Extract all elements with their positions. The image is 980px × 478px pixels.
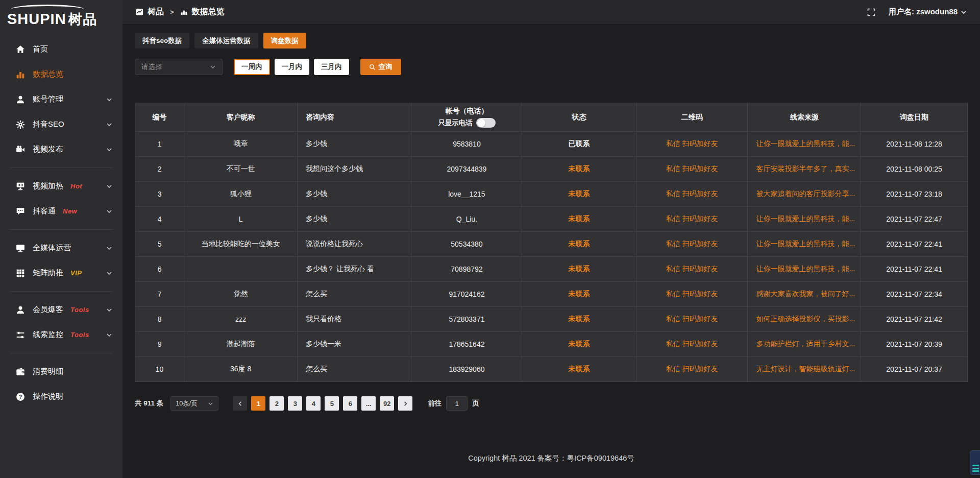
range-button-month[interactable]: 一月内 [275, 59, 310, 75]
table-row: 1 哦章 多少钱 9583810 已联系 私信 扫码加好友 让你一眼就爱上的黑科… [135, 132, 968, 157]
chevron-down-icon [210, 64, 216, 70]
cell-qrcode-link[interactable]: 私信 扫码加好友 [636, 207, 748, 232]
page-button[interactable]: 92 [380, 396, 394, 411]
sidebar-item-label: 全媒体运营 [33, 243, 71, 253]
sidebar-item-help-guide[interactable]: ? 操作说明 [0, 384, 122, 409]
cell-qrcode-link[interactable]: 私信 扫码加好友 [636, 332, 748, 357]
sidebar-item-member-baoke[interactable]: 会员爆客 Tools [0, 297, 122, 322]
sidebar-item-video-publish[interactable]: 视频发布 [0, 137, 122, 162]
monitor-icon [15, 243, 25, 253]
page-button[interactable]: ... [361, 396, 376, 411]
cell-status: 未联系 [522, 257, 636, 282]
table-header-row: 编号 客户昵称 咨询内容 帐号（电话） 只显示电话 状态 二维码 线索来源 询盘… [135, 103, 968, 132]
cell-nickname: 潮起潮落 [184, 332, 298, 357]
cell-source-link[interactable]: 如何正确选择投影仪，买投影... [748, 307, 861, 332]
page-button[interactable]: 6 [343, 396, 357, 411]
cell-qrcode-link[interactable]: 私信 扫码加好友 [636, 182, 748, 207]
page-size-select[interactable]: 10条/页 [170, 396, 218, 411]
cell-qrcode-link[interactable]: 私信 扫码加好友 [636, 157, 748, 182]
col-header-date: 询盘日期 [861, 103, 968, 132]
sidebar-item-home[interactable]: 首页 [0, 37, 122, 62]
sidebar-item-consume-detail[interactable]: 消费明细 [0, 359, 122, 384]
cell-qrcode-link[interactable]: 私信 扫码加好友 [636, 357, 748, 382]
cell-qrcode-link[interactable]: 私信 扫码加好友 [636, 282, 748, 307]
cell-qrcode-link[interactable]: 私信 扫码加好友 [636, 232, 748, 257]
cell-source-link[interactable]: 客厅安装投影半年多了，真实... [748, 157, 861, 182]
table-row: 9 潮起潮落 多少钱一米 178651642 未联系 私信 扫码加好友 多功能护… [135, 332, 968, 357]
cell-date: 2021-11-08 00:25 [861, 157, 968, 182]
page-button[interactable]: 3 [288, 396, 302, 411]
page-button[interactable]: 4 [306, 396, 321, 411]
date-range-buttons: 一周内 一月内 三月内 [234, 59, 349, 75]
cell-source-link[interactable]: 让你一眼就爱上的黑科技，能... [748, 132, 861, 157]
sidebar-item-matrix-boost[interactable]: 矩阵助推 VIP [0, 260, 122, 285]
chevron-down-icon [208, 401, 213, 407]
cell-source-link[interactable]: 让你一眼就爱上的黑科技，能... [748, 257, 861, 282]
sidebar-nav: 首页 数据总览 [0, 37, 122, 409]
cell-nickname: 狐小狸 [184, 182, 298, 207]
goto-page-input[interactable] [446, 396, 468, 411]
range-button-week[interactable]: 一周内 [234, 59, 270, 75]
breadcrumb-root[interactable]: 树品 [148, 7, 164, 17]
tab-inquiry-data[interactable]: 询盘数据 [263, 33, 306, 49]
cell-status: 未联系 [522, 357, 636, 382]
sidebar-item-label: 账号管理 [33, 94, 63, 104]
next-page-button[interactable] [398, 396, 412, 411]
cell-status: 未联系 [522, 207, 636, 232]
cell-nickname [184, 257, 298, 282]
sidebar-item-account-manage[interactable]: 账号管理 [0, 87, 122, 112]
cell-id: 4 [135, 207, 184, 232]
cell-date: 2021-11-07 23:18 [861, 182, 968, 207]
sidebar-item-data-overview[interactable]: 数据总览 [0, 62, 122, 87]
search-icon [369, 64, 376, 70]
divider [9, 353, 113, 353]
cell-source-link[interactable]: 无主灯设计，智能磁吸轨道灯... [748, 357, 861, 382]
chart-icon [15, 69, 25, 79]
sidebar-item-label: 会员爆客 [33, 305, 63, 315]
sidebar-item-clue-monitor[interactable]: 线索监控 Tools [0, 322, 122, 347]
sidebar-item-douyin-seo[interactable]: 抖音SEO [0, 112, 122, 137]
sidebar-item-media-operation[interactable]: 全媒体运营 [0, 235, 122, 260]
cell-date: 2021-11-07 22:47 [861, 207, 968, 232]
fullscreen-icon[interactable] [867, 8, 875, 16]
svg-text:?: ? [18, 394, 22, 400]
cell-account: love__1215 [411, 182, 522, 207]
col-header-source: 线索来源 [748, 103, 861, 132]
cell-qrcode-link[interactable]: 私信 扫码加好友 [636, 307, 748, 332]
cell-account: Q_Liu. [411, 207, 522, 232]
cell-source-link[interactable]: 被大家追着问的客厅投影分享... [748, 182, 861, 207]
sidebar-item-label: 视频发布 [33, 145, 63, 154]
phone-only-toggle[interactable] [476, 118, 496, 128]
cell-source-link[interactable]: 让你一眼就爱上的黑科技，能... [748, 232, 861, 257]
filter-select[interactable]: 请选择 [135, 59, 223, 75]
floating-widget[interactable] [970, 450, 980, 475]
cell-content: 多少钱？ 让我死心 看 [298, 257, 411, 282]
page-button[interactable]: 1 [251, 396, 265, 411]
range-button-quarter[interactable]: 三月内 [314, 59, 349, 75]
logo-arc [11, 5, 84, 14]
cell-date: 2021-11-07 20:37 [861, 357, 968, 382]
cell-nickname: zzz [184, 307, 298, 332]
chevron-down-icon [106, 147, 112, 153]
filter-bar: 请选择 一周内 一月内 三月内 查询 [135, 59, 968, 75]
prev-page-button[interactable] [233, 396, 247, 411]
user-menu[interactable]: 用户名: zswodun88 [889, 7, 967, 17]
sidebar-item-video-heat[interactable]: 视频加热 Hot [0, 174, 122, 199]
query-button[interactable]: 查询 [360, 59, 401, 75]
cell-source-link[interactable]: 让你一眼就爱上的黑科技，能... [748, 207, 861, 232]
tab-douyin-seo-data[interactable]: 抖音seo数据 [135, 33, 189, 49]
cell-id: 1 [135, 132, 184, 157]
page-buttons: 123456...92 [233, 396, 412, 411]
tab-label: 抖音seo数据 [142, 36, 182, 45]
goto-unit: 页 [472, 399, 479, 408]
tab-media-operation-data[interactable]: 全媒体运营数据 [194, 33, 258, 49]
cell-source-link[interactable]: 感谢大家喜欢我家，被问了好... [748, 282, 861, 307]
page-button[interactable]: 5 [325, 396, 339, 411]
sidebar-item-douketong[interactable]: 抖客通 New [0, 199, 122, 224]
cell-source-link[interactable]: 多功能护栏灯，适用于乡村文... [748, 332, 861, 357]
page-button[interactable]: 2 [270, 396, 284, 411]
cell-qrcode-link[interactable]: 私信 扫码加好友 [636, 257, 748, 282]
cell-qrcode-link[interactable]: 私信 扫码加好友 [636, 132, 748, 157]
sidebar-item-label: 数据总览 [33, 69, 63, 79]
bar-chart-icon [180, 8, 188, 16]
